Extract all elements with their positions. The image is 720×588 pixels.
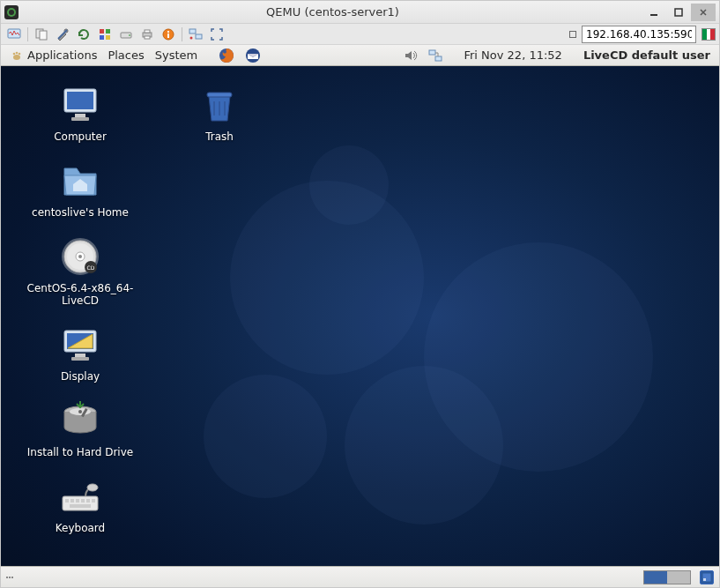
ip-address-input[interactable] [582,26,696,43]
drive-icon[interactable] [116,26,136,43]
qemu-app-icon [4,5,19,19]
refresh-icon[interactable] [74,26,93,43]
thunderbird-launcher[interactable] [241,45,264,65]
scale-icon[interactable] [569,31,576,38]
svg-rect-55 [86,499,90,502]
svg-rect-35 [207,93,232,97]
applications-label: Applications [27,48,97,62]
svg-point-23 [13,55,20,60]
svg-rect-60 [703,578,706,581]
panel-grip[interactable] [6,577,13,578]
firefox-launcher[interactable] [215,45,238,65]
install-hdd-icon[interactable]: Install to Hard Drive [19,399,142,459]
titlebar: QEMU (centos-server1) [1,1,719,24]
keyboard-device-icon [59,475,101,517]
italian-flag-icon[interactable] [701,28,716,41]
svg-rect-21 [196,34,202,39]
svg-rect-45 [71,357,89,361]
svg-point-58 [87,484,98,491]
user-menu[interactable]: LiveCD default user [580,45,714,65]
window-title: QEMU (centos-server1) [24,5,642,19]
svg-rect-53 [76,499,79,502]
show-desktop-icon [701,572,712,583]
svg-rect-34 [71,117,89,121]
fullscreen-icon[interactable] [207,26,226,43]
home-folder-icon[interactable]: centoslive's Home [19,160,142,220]
monitor-icon[interactable] [4,26,24,43]
monitor-icon [59,84,101,126]
svg-point-25 [16,51,19,54]
copy-icon[interactable] [32,26,51,43]
svg-rect-44 [75,354,85,357]
cd-icon: CD [59,235,101,278]
folder-home-icon [59,160,101,202]
tools-icon[interactable] [53,26,72,43]
printer-icon[interactable] [137,26,157,43]
svg-point-24 [13,52,16,55]
svg-text:CD: CD [87,264,95,271]
svg-rect-16 [145,36,150,39]
display-icon[interactable]: Display [19,324,142,383]
icon-label: Display [57,369,103,383]
svg-rect-3 [675,9,682,16]
svg-rect-32 [67,92,93,109]
workspace-1[interactable] [644,571,667,584]
workspace-2[interactable] [667,571,690,584]
minimize-button[interactable] [642,4,666,21]
svg-point-1 [9,10,14,15]
svg-rect-29 [429,50,435,55]
svg-point-39 [78,255,82,258]
icon-label: Keyboard [52,521,108,535]
svg-point-48 [78,410,82,413]
icon-label: Computer [50,130,110,144]
applications-menu[interactable]: Applications [6,45,100,65]
display-monitor-icon [59,324,101,366]
svg-rect-50 [63,496,98,510]
hard-drive-icon [59,399,101,442]
svg-point-13 [129,34,130,36]
trash-icon[interactable]: Trash [158,84,281,144]
keyboard-icon[interactable]: Keyboard [19,475,142,535]
volume-applet[interactable] [400,45,421,65]
firefox-icon [219,48,234,63]
close-button[interactable] [691,4,716,21]
svg-rect-33 [75,114,85,117]
livecd-icon[interactable]: CD CentOS-6.4-x86_64-LiveCD [19,235,142,308]
svg-rect-30 [435,56,442,61]
svg-rect-20 [189,29,196,33]
places-label: Places [108,48,144,62]
svg-rect-8 [100,29,104,33]
svg-rect-18 [167,31,169,33]
svg-rect-6 [40,31,47,40]
svg-rect-52 [71,499,74,502]
desktop[interactable]: Computer Trash centoslive's Home CD Cent… [1,66,719,566]
network-icon [428,48,442,63]
clock[interactable]: Fri Nov 22, 11:52 [460,45,565,65]
trash-bin-icon [198,84,241,126]
icon-label: CentOS-6.4-x86_64-LiveCD [19,281,142,308]
svg-rect-56 [92,499,95,502]
info-icon[interactable] [159,26,178,43]
network-applet[interactable] [425,45,446,65]
workspace-switcher[interactable] [643,570,691,584]
svg-rect-51 [65,499,69,502]
places-menu[interactable]: Places [104,45,147,65]
svg-rect-19 [167,33,169,38]
maximize-button[interactable] [666,4,691,21]
network-screens-icon[interactable] [186,26,205,43]
clock-text: Fri Nov 22, 11:52 [464,48,561,62]
show-desktop-button[interactable] [700,570,714,584]
svg-rect-2 [650,14,657,16]
qemu-window: QEMU (centos-server1) Applications Place… [0,0,720,588]
svg-rect-11 [106,35,110,40]
speaker-icon [404,48,418,63]
icon-label: Trash [202,130,237,144]
svg-point-26 [19,52,21,55]
system-menu[interactable]: System [152,45,201,65]
svg-rect-57 [70,504,91,508]
computer-icon[interactable]: Computer [19,84,142,144]
qemu-toolbar [1,24,719,45]
separator [27,27,28,41]
thunderbird-icon [245,48,261,63]
windows-keys-icon[interactable] [95,26,115,43]
